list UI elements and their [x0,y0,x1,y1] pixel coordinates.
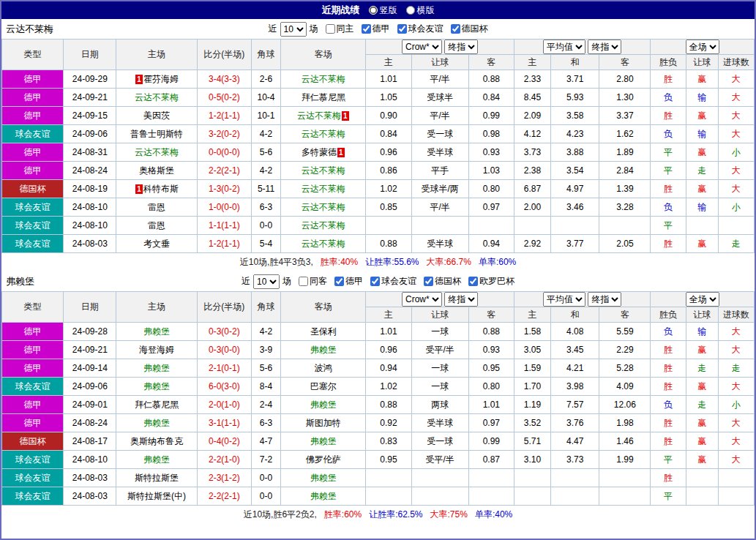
layout-radio-input[interactable] [369,6,378,15]
team-link[interactable]: 雷恩 [148,202,165,212]
filter-checkbox-input[interactable] [468,277,478,286]
team-link[interactable]: 云达不莱梅 [302,202,345,212]
filter-checkbox-input[interactable] [362,24,371,34]
team-link[interactable]: 云达不莱梅 [302,239,345,249]
team-link[interactable]: 云达不莱梅 [135,92,179,102]
team-link[interactable]: 波鸿 [315,363,332,373]
filter-checkbox-德国杯[interactable]: 德国杯 [451,23,488,35]
team-link[interactable]: 云达不莱梅 [302,74,345,84]
score[interactable]: 0-3(0-2) [197,323,251,341]
team-link[interactable]: 奥斯纳布鲁克 [130,436,183,446]
team-link[interactable]: 科特布斯 [143,184,179,194]
odds-source-select[interactable]: 平均值 [543,40,585,54]
score[interactable]: 2-1(0-1) [197,359,251,378]
filter-checkbox-球会友谊[interactable]: 球会友谊 [397,23,444,35]
filter-checkbox-德甲[interactable]: 德甲 [334,275,363,288]
filter-checkbox-欧罗巴杯[interactable]: 欧罗巴杯 [468,275,514,288]
team-link[interactable]: 拜仁慕尼黑 [302,92,345,102]
team-link[interactable]: 弗赖堡 [143,381,170,391]
score[interactable]: 6-0(3-0) [197,378,251,396]
team-link[interactable]: 拜仁慕尼黑 [135,400,179,410]
home-team: 奥格斯堡 [116,162,197,180]
score[interactable]: 2-2(1-0) [197,451,251,469]
odds-source-select[interactable]: 全场 [686,292,719,307]
score[interactable]: 2-2(2-1) [197,487,251,506]
layout-radio-input[interactable] [406,6,415,15]
score[interactable]: 1-1(1-1) [197,217,251,235]
team-link[interactable]: 弗赖堡 [143,418,170,428]
odds-source-select[interactable]: Crow* [402,40,442,54]
score[interactable]: 1-3(0-2) [197,180,251,198]
score[interactable]: 2-3(1-2) [197,469,251,487]
score[interactable]: 1-2(1-1) [197,107,251,125]
filter-checkbox-input[interactable] [370,277,380,286]
layout-radio-1[interactable]: 横版 [406,4,435,17]
filter-checkbox-德国杯[interactable]: 德国杯 [424,275,461,288]
team-link[interactable]: 弗赖堡 [143,454,170,465]
odds-source-select[interactable]: 终指 [444,292,478,307]
team-link[interactable]: 斯特拉斯堡(中) [127,491,186,501]
team-link[interactable]: 雷恩 [148,220,165,230]
filter-checkbox-球会友谊[interactable]: 球会友谊 [370,275,416,288]
team-link[interactable]: 弗赖堡 [310,436,337,446]
team-link[interactable]: 弗赖堡 [143,326,170,337]
team-link[interactable]: 云达不莱梅 [302,165,345,176]
score[interactable]: 2-2(2-1) [197,162,251,180]
score[interactable]: 0-5(0-2) [197,89,251,107]
filter-checkbox-input[interactable] [326,24,335,34]
score[interactable]: 3-4(3-3) [197,70,251,89]
team-link[interactable]: 多特蒙德 [302,147,337,157]
team-link[interactable]: 云达不莱梅 [302,129,345,139]
filter-checkbox-input[interactable] [424,277,433,286]
odds-source-select[interactable]: 全场 [686,40,719,54]
odds-source-select[interactable]: 终指 [588,40,621,54]
score[interactable]: 1-2(1-1) [197,235,251,253]
layout-radio-0[interactable]: 竖版 [369,4,397,17]
filter-checkbox-同客[interactable]: 同客 [299,275,327,288]
team-link[interactable]: 云达不莱梅 [302,184,345,194]
team-link[interactable]: 云达不莱梅 [302,220,345,230]
handicap-odds-cell: 0.83 [366,432,411,451]
result-cell: 大 [718,162,754,180]
team-link[interactable]: 圣保利 [310,326,337,337]
odds-source-select[interactable]: Crow* [402,292,442,307]
score[interactable]: 0-0(0-0) [197,143,251,162]
odds-source-select[interactable]: 平均值 [543,292,585,307]
team-link[interactable]: 奥格斯堡 [139,165,174,176]
score[interactable]: 2-0(1-0) [197,396,251,414]
filter-checkbox-input[interactable] [299,277,308,286]
team-link[interactable]: 斯特拉斯堡 [135,473,179,483]
team-link[interactable]: 考文垂 [143,239,170,249]
team-link[interactable]: 云达不莱梅 [135,147,179,157]
filter-checkbox-同主[interactable]: 同主 [326,23,354,35]
team-link[interactable]: 弗赖堡 [310,491,337,501]
result-cell: 赢 [686,235,718,253]
team-link[interactable]: 海登海姆 [139,345,174,355]
filter-checkbox-德甲[interactable]: 德甲 [362,23,390,35]
filter-checkbox-input[interactable] [334,277,344,286]
match-count-select[interactable]: 10 [253,274,280,289]
league-type: 德甲 [2,89,64,107]
filter-checkbox-input[interactable] [451,24,460,34]
score[interactable]: 0-3(0-0) [197,341,251,359]
odds-source-select[interactable]: 终指 [588,292,621,307]
filter-checkbox-input[interactable] [397,24,407,34]
team-link[interactable]: 弗赖堡 [143,363,170,373]
team-link[interactable]: 霍芬海姆 [143,74,179,84]
score[interactable]: 0-4(0-2) [197,432,251,451]
team-link[interactable]: 弗赖堡 [310,473,337,483]
score[interactable]: 3-1(1-1) [197,414,251,432]
team-link[interactable]: 佛罗伦萨 [306,454,341,465]
team-link[interactable]: 弗赖堡 [310,345,337,355]
team-link[interactable]: 云达不莱梅 [297,110,341,121]
team-link[interactable]: 美因茨 [143,110,170,121]
match-count-select[interactable]: 10 [280,22,307,37]
subcol-header: 进球数 [718,55,754,70]
team-link[interactable]: 普鲁士明斯特 [130,129,183,139]
score[interactable]: 3-2(0-2) [197,125,251,143]
odds-source-select[interactable]: 终指 [444,40,478,54]
team-link[interactable]: 巴塞尔 [310,381,337,391]
score[interactable]: 1-0(0-0) [197,198,251,217]
team-link[interactable]: 弗赖堡 [310,400,337,410]
team-link[interactable]: 斯图加特 [306,418,341,428]
